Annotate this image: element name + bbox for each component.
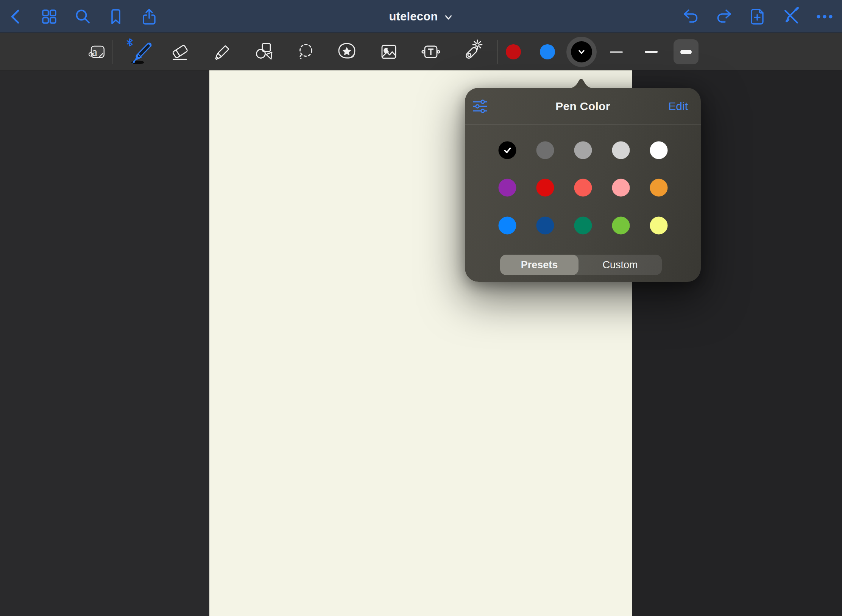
eraser-tool[interactable] <box>168 40 192 64</box>
chevron-down-icon <box>577 48 586 56</box>
swatch-navy[interactable] <box>536 217 554 235</box>
thick-stroke-bar <box>680 50 692 54</box>
shapes-tool[interactable] <box>252 40 276 64</box>
swatch-teal[interactable] <box>574 217 592 235</box>
search-button[interactable] <box>72 6 93 27</box>
grid-icon <box>40 8 58 26</box>
color-slot-blue[interactable] <box>540 44 555 59</box>
stroke-size-thin[interactable] <box>604 39 629 64</box>
tool-toolbar: a <box>0 33 842 70</box>
redo-button[interactable] <box>713 6 734 27</box>
presets-custom-segment: Presets Custom <box>500 255 662 275</box>
bluetooth-pen-icon <box>123 37 154 67</box>
laser-pointer-icon <box>459 39 485 64</box>
undo-button[interactable] <box>680 6 702 27</box>
shapes-icon <box>252 40 276 64</box>
undo-icon <box>681 8 700 26</box>
swatch-red[interactable] <box>536 179 554 197</box>
eraser-icon <box>168 40 192 64</box>
tab-presets[interactable]: Presets <box>500 255 578 275</box>
document-title-button[interactable]: utelecon <box>389 10 453 23</box>
highlighter-icon <box>210 40 234 64</box>
svg-text:a: a <box>92 45 97 59</box>
redo-icon <box>714 8 733 26</box>
swatch-orange[interactable] <box>650 179 668 197</box>
popover-header: Pen Color Edit <box>465 88 701 125</box>
swatch-dark-gray[interactable] <box>536 142 554 159</box>
laser-pointer-tool[interactable] <box>460 40 484 64</box>
highlighter-tool[interactable] <box>210 40 234 64</box>
checkmark-icon <box>502 145 512 155</box>
swatch-green[interactable] <box>612 217 630 235</box>
goodnotes-app: utelecon <box>0 0 842 616</box>
popover-title: Pen Color <box>465 88 701 125</box>
bookmark-button[interactable] <box>105 6 126 27</box>
add-page-icon <box>748 7 766 26</box>
navbar: utelecon <box>0 0 842 33</box>
canvas-area: Pen Color Edit Presets Custom <box>0 70 842 616</box>
text-tool[interactable] <box>419 40 443 64</box>
back-button[interactable] <box>5 6 27 27</box>
edit-colors-button[interactable]: Edit <box>668 88 688 125</box>
page-thumbnails-button[interactable] <box>39 6 60 27</box>
lasso-icon <box>293 40 317 64</box>
more-button[interactable] <box>814 6 835 27</box>
pen-tool[interactable] <box>126 40 151 64</box>
document-title: utelecon <box>389 10 438 23</box>
swatch-light-gray[interactable] <box>612 142 630 159</box>
image-icon <box>377 40 401 64</box>
image-tool[interactable] <box>377 40 401 64</box>
elements-tool[interactable] <box>335 40 359 64</box>
share-icon <box>140 8 158 26</box>
color-slot-red[interactable] <box>506 44 521 59</box>
share-button[interactable] <box>139 6 160 27</box>
stroke-size-thick-selected[interactable] <box>674 39 699 64</box>
medium-stroke-bar <box>645 51 658 53</box>
thin-stroke-bar <box>610 51 623 53</box>
swatch-purple[interactable] <box>499 179 516 197</box>
stroke-size-medium[interactable] <box>639 39 664 64</box>
search-icon <box>73 8 92 26</box>
popover-arrow <box>568 78 594 88</box>
add-page-button[interactable] <box>747 6 768 27</box>
tab-custom[interactable]: Custom <box>578 255 662 275</box>
read-only-toggle-button[interactable] <box>781 6 802 27</box>
toolbar-divider <box>497 40 498 64</box>
swatch-gray[interactable] <box>574 142 592 159</box>
swatch-white[interactable] <box>650 142 668 159</box>
color-slot-black-selected[interactable] <box>566 37 597 67</box>
bookmark-icon <box>107 8 125 26</box>
swatch-yellow[interactable] <box>650 217 668 235</box>
ellipsis-icon <box>815 8 834 26</box>
zoom-window-icon: a <box>86 40 109 63</box>
swatch-coral[interactable] <box>574 179 592 197</box>
text-icon <box>418 40 444 64</box>
toolbar-divider <box>112 40 112 64</box>
swatch-black-selected[interactable] <box>499 142 516 159</box>
lasso-tool[interactable] <box>293 40 317 64</box>
back-chevron-icon <box>8 8 24 26</box>
chevron-down-icon <box>444 13 453 22</box>
pen-color-popover: Pen Color Edit Presets Custom <box>465 88 701 282</box>
zoom-window-tool[interactable]: a <box>85 40 109 64</box>
swatch-blue[interactable] <box>499 217 516 235</box>
pen-slash-icon <box>782 7 801 26</box>
swatch-pink[interactable] <box>612 179 630 197</box>
sticker-star-icon <box>334 40 359 64</box>
